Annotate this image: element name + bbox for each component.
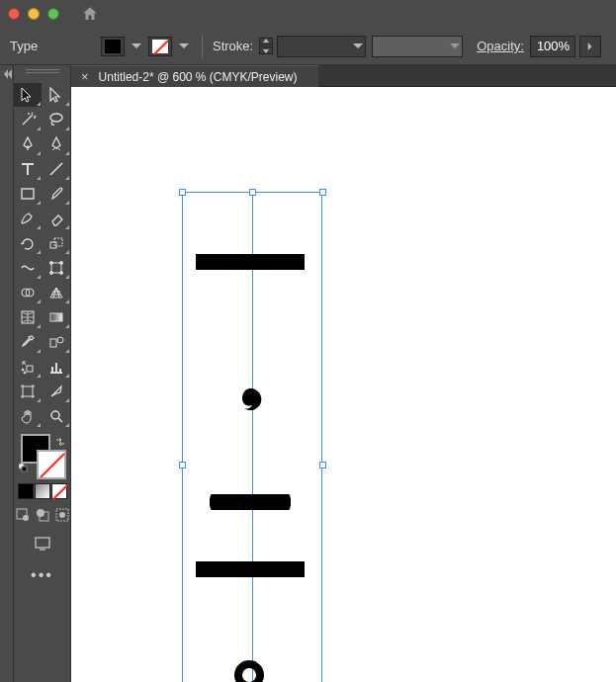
svg-point-6 — [60, 262, 63, 265]
tool-artboard[interactable] — [14, 380, 42, 403]
handle-e[interactable] — [319, 462, 326, 469]
tool-curvature-pen[interactable] — [43, 132, 70, 156]
svg-rect-4 — [51, 263, 61, 273]
svg-rect-13 — [50, 339, 56, 347]
tool-direct-selection[interactable] — [43, 83, 70, 107]
chevron-right-icon — [586, 43, 594, 50]
document-tabstrip: × Untitled-2* @ 600 % (CMYK/Preview) — [71, 65, 616, 87]
tool-scale[interactable] — [43, 231, 70, 255]
tool-line-segment[interactable] — [43, 157, 70, 181]
brush-definition-combo[interactable] — [372, 36, 463, 57]
fill-stroke-proxy[interactable] — [19, 434, 66, 477]
svg-point-0 — [50, 114, 62, 122]
stroke-menu-button[interactable] — [176, 37, 192, 56]
svg-point-7 — [50, 272, 53, 275]
canvas[interactable] — [71, 87, 616, 682]
main-row: ••• × Untitled-2* @ 600 % (CMYK/Preview) — [0, 65, 616, 682]
document-tab[interactable]: × Untitled-2* @ 600 % (CMYK/Preview) — [71, 65, 318, 87]
fill-mode-none[interactable] — [51, 483, 67, 499]
svg-rect-2 — [50, 242, 56, 248]
edit-toolbar-glyph: ••• — [31, 566, 53, 584]
dock-collapse-strip[interactable] — [0, 65, 14, 682]
tool-hand[interactable] — [14, 404, 42, 428]
tool-mesh[interactable] — [14, 305, 42, 329]
tool-rotate[interactable] — [14, 231, 42, 255]
home-icon[interactable] — [81, 5, 99, 23]
svg-point-5 — [50, 262, 53, 265]
svg-rect-1 — [22, 189, 34, 199]
screen-mode-button[interactable] — [34, 535, 51, 556]
stroke-swatch[interactable] — [148, 37, 172, 56]
tool-blend[interactable] — [43, 330, 70, 354]
artwork-bar-1[interactable] — [196, 254, 305, 270]
tool-paintbrush[interactable] — [43, 182, 70, 206]
tool-gradient[interactable] — [43, 305, 70, 329]
svg-point-19 — [51, 411, 59, 419]
svg-rect-12 — [50, 313, 62, 321]
tool-eraser[interactable] — [43, 207, 70, 230]
draw-behind-icon[interactable] — [35, 507, 50, 527]
stroke-proxy[interactable] — [37, 450, 66, 479]
artwork-bar-2[interactable] — [210, 494, 291, 510]
tool-slice[interactable] — [43, 380, 70, 403]
opacity-label[interactable]: Opacity: — [477, 39, 524, 53]
tool-perspective-grid[interactable] — [43, 281, 70, 304]
tool-zoom[interactable] — [43, 404, 70, 428]
stroke-label: Stroke: — [213, 39, 253, 53]
draw-normal-icon[interactable] — [15, 507, 31, 527]
options-bar: Type Stroke: Opacity: 100% — [0, 28, 616, 65]
opacity-more-button[interactable] — [579, 36, 601, 57]
window-titlebar — [0, 0, 616, 28]
tool-shaper[interactable] — [14, 207, 42, 230]
tool-type[interactable] — [14, 157, 42, 181]
tool-pen[interactable] — [14, 132, 42, 156]
tool-eyedropper[interactable] — [14, 330, 42, 354]
stroke-weight-increase[interactable] — [259, 38, 273, 45]
draw-inside-icon[interactable] — [54, 507, 70, 527]
document-area: × Untitled-2* @ 600 % (CMYK/Preview) — [71, 65, 616, 682]
fill-mode-color[interactable] — [18, 483, 34, 499]
svg-point-23 — [23, 515, 29, 521]
tools-grid — [14, 83, 70, 428]
chevron-down-icon — [353, 42, 363, 51]
handle-nw[interactable] — [179, 189, 186, 196]
stroke-weight-decrease[interactable] — [259, 46, 273, 54]
svg-point-14 — [57, 337, 63, 343]
tool-rectangle[interactable] — [14, 182, 42, 206]
document-tab-title: Untitled-2* @ 600 % (CMYK/Preview) — [99, 70, 298, 84]
collapse-icon — [2, 69, 12, 79]
artwork-ring[interactable] — [234, 660, 264, 682]
tool-column-graph[interactable] — [43, 355, 70, 379]
tool-width[interactable] — [14, 256, 42, 280]
fill-swatch[interactable] — [101, 37, 125, 56]
edit-toolbar-button[interactable]: ••• — [31, 566, 54, 584]
opacity-value-input[interactable]: 100% — [530, 36, 575, 57]
tool-symbol-sprayer[interactable] — [14, 355, 42, 379]
fill-menu-button[interactable] — [129, 37, 144, 56]
tool-free-transform[interactable] — [43, 256, 70, 280]
artwork-bar-3[interactable] — [196, 561, 305, 577]
stroke-weight-stepper[interactable] — [259, 38, 273, 54]
artwork-comma[interactable] — [237, 386, 263, 428]
fill-mode-gradient[interactable] — [35, 483, 50, 499]
tools-grabber[interactable] — [14, 69, 70, 81]
tool-shape-builder[interactable] — [14, 281, 42, 304]
close-window-button[interactable] — [8, 8, 20, 20]
tool-magic-wand[interactable] — [14, 108, 42, 131]
svg-point-16 — [22, 369, 24, 371]
svg-point-8 — [60, 272, 63, 275]
svg-rect-18 — [23, 386, 33, 396]
zoom-window-button[interactable] — [47, 8, 59, 20]
minimize-window-button[interactable] — [28, 8, 40, 20]
close-tab-icon[interactable]: × — [81, 69, 89, 84]
tool-selection[interactable] — [14, 83, 42, 107]
swap-fill-stroke-icon[interactable] — [54, 434, 66, 452]
tool-lasso[interactable] — [43, 108, 70, 131]
stroke-weight-combo[interactable] — [277, 36, 366, 57]
tools-panel: ••• — [14, 65, 71, 682]
handle-n[interactable] — [249, 189, 256, 196]
handle-w[interactable] — [179, 462, 186, 469]
handle-ne[interactable] — [319, 189, 326, 196]
svg-point-27 — [59, 512, 65, 518]
default-fill-stroke-icon[interactable] — [19, 460, 29, 477]
